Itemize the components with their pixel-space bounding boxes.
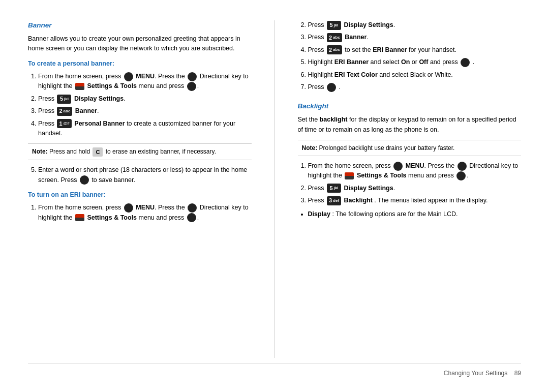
step3-period: . — [97, 107, 99, 114]
backlight-note-text: Prolonged backlight use drains your batt… — [319, 144, 455, 152]
eri6-text: Highlight ERI Text Color and select Blac… — [308, 71, 453, 78]
step4-press: Press — [38, 120, 56, 127]
step5-text: Enter a word or short phrase (18 charact… — [38, 166, 247, 183]
eri-banner-heading: To turn on an ERI banner: — [28, 190, 252, 200]
bl-step1-menu: MENU. Press the — [406, 162, 456, 169]
bl-key-3def: 3 def — [327, 196, 341, 205]
column-divider — [274, 20, 275, 358]
eri4-text: to set the ERI Banner for your handset. — [345, 46, 456, 53]
key-5jkl: 5 jkl — [57, 95, 71, 104]
eri-banner-steps: From the home screen, press MENU. Press … — [38, 203, 252, 223]
backlight-step-3: Press 3 def Backlight . The menus listed… — [308, 196, 522, 205]
note-label: Note: — [32, 148, 48, 155]
step3-label: Banner — [75, 107, 97, 114]
eri7-circle — [327, 83, 336, 92]
step2-label: Display Settings — [74, 95, 124, 102]
eri5-circle — [461, 58, 470, 67]
eri-step-5: Highlight ERI Banner and select On or Of… — [308, 57, 522, 67]
bl-menu-circle — [393, 162, 403, 171]
settings-tools-label: Settings & Tools — [87, 82, 137, 89]
bl-key-5jkl: 5 jkl — [327, 184, 341, 193]
bl-dir-circle — [458, 162, 467, 171]
eri3-press: Press — [308, 34, 326, 41]
menu-circle-btn — [124, 72, 133, 81]
left-column: Banner Banner allows you to create your … — [28, 20, 252, 358]
bl-step1-end: menu and press — [408, 172, 455, 179]
eri-key-2abc: 2 abc — [327, 33, 342, 42]
display-bold-label: Display — [308, 210, 330, 218]
settings-tools-icon — [75, 83, 84, 90]
bl2-period: . — [393, 185, 395, 192]
backlight-bullets: Display : The following options are for … — [308, 209, 522, 219]
backlight-bold: backlight — [320, 116, 348, 123]
eri-key-5jkl: 5 jkl — [327, 21, 341, 30]
backlight-note-box: Note: Prolonged backlight use drains you… — [298, 140, 522, 156]
create-step-1: From the home screen, press MENU. Press … — [38, 72, 252, 92]
step5-end: to save banner. — [92, 176, 135, 184]
eri-settings-label: Settings & Tools — [87, 214, 137, 221]
eri-step1-period: . — [197, 214, 199, 221]
eri-settings-icon — [75, 214, 84, 221]
backlight-bullet-display: Display : The following options are for … — [308, 209, 522, 219]
banner-note-box: Note: Press and hold C to erase an exist… — [28, 143, 252, 160]
eri-step-1: From the home screen, press MENU. Press … — [38, 203, 252, 223]
create-step-4: Press 1@# Personal Banner to create a cu… — [38, 119, 252, 139]
footer-page-number: 89 — [514, 370, 521, 377]
bl2-press: Press — [308, 185, 326, 192]
page: Banner Banner allows you to create your … — [0, 0, 549, 392]
backlight-intro: Set the backlight for the display or key… — [298, 115, 522, 135]
note-text-before: Press and hold — [49, 148, 92, 155]
eri-step1-menu: MENU. Press the — [136, 204, 187, 211]
create-step-2: Press 5 jkl Display Settings. — [38, 94, 252, 104]
bl2-label: Display Settings — [344, 185, 393, 192]
step1-menu-label: MENU. Press the — [136, 73, 187, 80]
create-banner-step5-list: Enter a word or short phrase (18 charact… — [38, 165, 252, 185]
two-column-layout: Banner Banner allows you to create your … — [28, 20, 521, 358]
key-2abc: 2 abc — [57, 107, 72, 116]
banner-intro: Banner allows you to create your own per… — [28, 34, 252, 54]
note-text-after: to erase an existing banner, if necessar… — [106, 148, 216, 155]
step4-label: Personal Banner — [74, 120, 125, 127]
backlight-step-1: From the home screen, press MENU. Press … — [308, 161, 522, 181]
eri7-press: Press — [308, 83, 326, 91]
eri-step-2: Press 5 jkl Display Settings. — [308, 20, 522, 30]
eri3-period: . — [367, 34, 368, 41]
eri7-period: . — [339, 83, 340, 91]
step1-end-text: menu and press — [139, 82, 186, 89]
step2-period: . — [124, 95, 125, 102]
eri-press-circle — [187, 213, 196, 222]
eri-dir-circle — [188, 203, 197, 213]
bl3-label: Backlight — [344, 197, 373, 204]
create-banner-heading: To create a personal banner: — [28, 59, 252, 69]
c-key: C — [93, 147, 103, 157]
bl-press-circle — [456, 171, 466, 180]
backlight-note-label: Note: — [302, 144, 318, 152]
bl-step1-period: . — [467, 172, 468, 179]
backlight-steps: From the home screen, press MENU. Press … — [308, 161, 522, 206]
eri2-period: . — [393, 21, 395, 28]
eri3-label: Banner — [345, 34, 367, 41]
footer-label: Changing Your Settings — [444, 370, 507, 377]
page-footer: Changing Your Settings 89 — [28, 363, 521, 377]
backlight-step-2: Press 5 jkl Display Settings. — [308, 184, 522, 193]
eri-steps-continued: Press 5 jkl Display Settings. Press 2 ab… — [308, 20, 522, 92]
eri-step1-end: menu and press — [139, 214, 186, 221]
create-banner-steps: From the home screen, press MENU. Press … — [38, 72, 252, 138]
eri4-press: Press — [308, 46, 326, 53]
display-label-text: : The following options are for the Main… — [332, 210, 458, 218]
key-1at: 1@# — [57, 119, 71, 128]
step2-press: Press — [38, 95, 56, 102]
eri-key-2abc-2: 2 abc — [327, 45, 342, 54]
footer-spacer — [507, 370, 514, 377]
create-step-5: Enter a word or short phrase (18 charact… — [38, 165, 252, 185]
bl-settings-label: Settings & Tools — [357, 172, 407, 179]
press-circle-btn — [187, 82, 196, 91]
eri2-press: Press — [308, 21, 326, 28]
eri-step-3: Press 2 abc Banner. — [308, 33, 522, 42]
right-column: Press 5 jkl Display Settings. Press 2 ab… — [298, 20, 522, 358]
backlight-section-title: Backlight — [298, 101, 522, 112]
create-step-3: Press 2 abc Banner. — [38, 106, 252, 116]
bl3-text: . The menus listed appear in the display… — [374, 197, 487, 204]
eri-step-4: Press 2 abc to set the ERI Banner for yo… — [308, 45, 522, 55]
eri2-label: Display Settings — [344, 21, 393, 28]
